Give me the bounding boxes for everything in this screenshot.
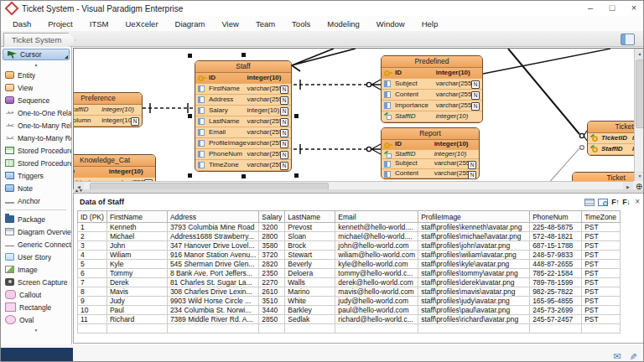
table-cell[interactable]: 4 — [78, 251, 107, 260]
entity-report[interactable]: ReportIDinteger(10)StaffIDinteger(10)Sub… — [381, 127, 480, 179]
entity-column-email[interactable]: Emailvarchar(255)N — [195, 127, 291, 138]
table-cell[interactable]: Sedlak — [285, 315, 335, 324]
table-cell[interactable]: 8 — [78, 287, 107, 297]
table-cell[interactable]: PST — [582, 251, 621, 260]
tab-ticket-system[interactable]: Ticket System — [3, 33, 75, 48]
table-cell[interactable]: Paul — [106, 306, 167, 315]
table-cell[interactable]: PST — [582, 269, 621, 278]
table-cell[interactable]: john@hello-world.com — [335, 241, 418, 251]
table-cell[interactable]: Prevost — [285, 223, 335, 232]
scroll-down-icon[interactable]: ▼ — [1, 326, 71, 334]
table-cell[interactable]: Marino — [285, 287, 335, 297]
selection-handle[interactable] — [188, 54, 192, 58]
table-row[interactable]: 6Tommy8 Bank Ave. Port Jeffers...2350Del… — [78, 269, 621, 278]
data-panel-close-icon[interactable]: × — [635, 198, 640, 206]
toolbox-item-view[interactable]: View — [1, 81, 71, 94]
table-cell[interactable]: John — [106, 241, 167, 251]
entity-column-importance[interactable]: Importancevarchar(255)N — [382, 101, 482, 111]
toolbox-item-cursor[interactable]: Cursor — [3, 49, 70, 60]
table-cell[interactable]: Wiliam — [106, 251, 167, 260]
entity-column-id[interactable]: IDinteger(10) — [195, 73, 291, 84]
table-cell[interactable]: judy@hello-world.com — [335, 297, 418, 306]
table-cell[interactable]: Brock — [285, 241, 335, 251]
menu-item-itsm[interactable]: ITSM — [81, 19, 117, 28]
column-header-id-pk[interactable]: ID (PK) — [78, 211, 107, 223]
table-cell[interactable]: 225-48-5875 — [530, 223, 582, 232]
table-cell[interactable]: 347 Hanover Drive Lovel... — [167, 241, 258, 251]
selection-handle[interactable] — [242, 174, 246, 178]
entity-column-subject[interactable]: Subjectvarchar(255)N — [382, 159, 479, 169]
toolbox-item-oval[interactable]: Oval — [1, 313, 71, 326]
menu-item-uexceler[interactable]: UeXceler — [117, 19, 166, 28]
data-table-icon[interactable] — [584, 199, 595, 206]
toolbox-item-generic-connector[interactable]: Generic Connector — [1, 238, 71, 251]
table-cell[interactable]: richard@hello-world.c... — [335, 315, 418, 324]
table-cell[interactable]: kenneth@hello-world.... — [335, 223, 418, 232]
font-increase-button[interactable]: F↑ — [611, 198, 619, 206]
entity-column-phonenum[interactable]: PhoneNumvarchar(255)N — [195, 149, 291, 160]
table-cell[interactable]: PST — [582, 232, 621, 241]
menu-item-team[interactable]: Team — [247, 19, 283, 28]
query-data-icon[interactable] — [598, 199, 608, 206]
selection-handle[interactable] — [188, 114, 192, 118]
table-cell[interactable]: 572-48-1821 — [530, 232, 582, 241]
selection-handle[interactable] — [294, 114, 299, 118]
table-cell[interactable]: staff\profiles\wiliam\avatar.png — [418, 251, 530, 260]
toolbox-item-anchor[interactable]: Anchor — [1, 194, 71, 207]
column-header-phonenum[interactable]: PhoneNum — [530, 211, 582, 223]
toolbox-item-user-story[interactable]: User Story — [1, 251, 71, 263]
entity-column-id[interactable]: IDinteger(10) — [382, 68, 482, 79]
toolbox-item-rectangle[interactable]: Rectangle — [1, 301, 71, 313]
table-cell[interactable]: staff\profiles\judy\avatar.png — [418, 297, 530, 306]
table-cell[interactable]: 916 Manor Station Avenu... — [167, 251, 258, 260]
table-cell[interactable]: Kenneth — [106, 223, 167, 232]
table-cell[interactable]: michael@hello-world.... — [335, 232, 418, 241]
table-row[interactable]: 7Derek81 Charles St. Sugar La...2270Wall… — [78, 278, 621, 287]
mail-icon[interactable] — [614, 348, 621, 362]
diagram-canvas[interactable]: StaffIDinteger(10)FirstNamevarchar(255)N… — [73, 48, 644, 192]
table-cell[interactable]: staff\profiles\john\avatar.png — [418, 241, 530, 251]
selection-handle[interactable] — [242, 53, 246, 57]
staff-data-table[interactable]: ID (PK)FirstNameAddressSalaryLastNameEma… — [77, 210, 621, 334]
table-cell[interactable]: 8 Bank Ave. Port Jeffers... — [167, 269, 258, 278]
menu-item-window[interactable]: Window — [368, 19, 413, 28]
edit-icon[interactable] — [629, 348, 636, 362]
menu-item-help[interactable]: Help — [413, 19, 447, 28]
column-header-address[interactable]: Address — [167, 211, 258, 223]
table-cell[interactable]: 5 — [78, 260, 107, 269]
table-cell[interactable]: wiliam@hello-world.com — [335, 251, 418, 260]
toolbox-item-stored-procedure-r[interactable]: Stored Procedure R — [1, 157, 71, 169]
toolbox-item-entity[interactable]: Entity — [1, 69, 71, 81]
table-row[interactable]: 4Wiliam916 Manor Station Avenu...3720Ste… — [78, 251, 621, 260]
entity-column-id[interactable]: IDinteger(10) — [73, 167, 155, 178]
entity-column-content[interactable]: Contentvarchar(255)N — [382, 90, 482, 101]
table-cell[interactable]: staff\profiles\michael\avatar.png — [418, 232, 530, 241]
table-cell[interactable]: Deloera — [285, 269, 335, 278]
font-decrease-button[interactable]: F↓ — [622, 198, 630, 206]
table-cell[interactable]: staff\profiles\tommy\avatar.png — [418, 269, 530, 278]
entity-column-profileimage[interactable]: ProfileImagevarchar(255)N — [195, 138, 291, 149]
table-cell[interactable]: Michael — [106, 232, 167, 241]
selection-handle[interactable] — [294, 173, 299, 178]
table-cell[interactable]: 545 Sherman Drive Glen... — [167, 260, 258, 269]
entity-column-content[interactable]: Contentvarchar(255)N — [382, 169, 479, 179]
table-row[interactable]: 11Richard7389 Middle River Rd. A...2850S… — [78, 315, 621, 324]
table-cell[interactable] — [582, 324, 621, 334]
table-cell[interactable]: 2 — [78, 232, 107, 241]
entity-column-timezone[interactable]: TimeZonevarchar(255)N — [195, 160, 291, 171]
table-cell[interactable] — [285, 324, 335, 334]
table-cell[interactable]: 7389 Middle River Rd. A... — [167, 315, 258, 324]
table-cell[interactable]: 165-95-4855 — [530, 297, 582, 306]
toolbox-item-many-to-many-relat[interactable]: Many-to-Many Relat — [1, 132, 71, 144]
table-cell[interactable]: Richard — [106, 315, 167, 324]
table-cell[interactable]: Stewart — [285, 251, 335, 260]
minimize-button[interactable]: – — [579, 1, 601, 16]
entity-column-subject[interactable]: Subjectvarchar(255)N — [382, 79, 482, 90]
table-cell[interactable]: kyle@hello-world.com — [335, 260, 418, 269]
toolbox-item-callout[interactable]: Callout — [1, 288, 71, 301]
table-cell[interactable]: 9 — [78, 297, 107, 306]
table-cell[interactable]: PST — [582, 278, 621, 287]
table-cell[interactable]: PST — [582, 260, 621, 269]
table-cell[interactable] — [78, 324, 107, 334]
vertical-scroll-thumb[interactable] — [636, 59, 644, 128]
